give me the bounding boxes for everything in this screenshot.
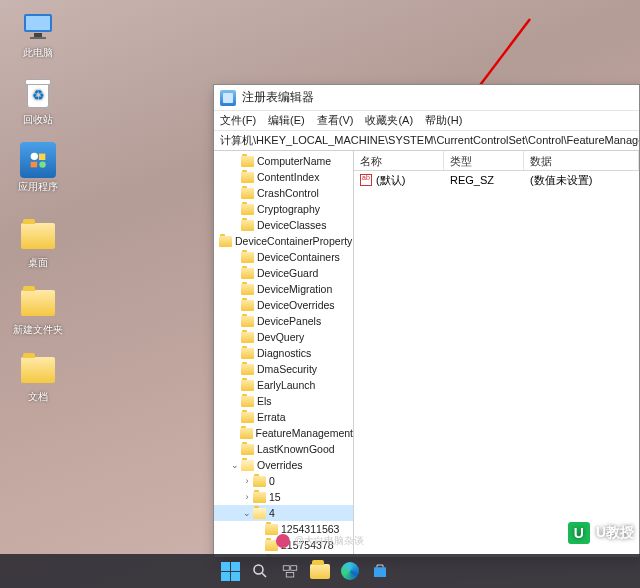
edge-icon[interactable]	[339, 560, 361, 582]
desktop-icon-recyclebin[interactable]: ♻ 回收站	[8, 75, 68, 126]
tree-node[interactable]: DeviceClasses	[214, 217, 353, 233]
tree-node[interactable]: ContentIndex	[214, 169, 353, 185]
menu-help[interactable]: 帮助(H)	[425, 113, 462, 128]
value-data: (数值未设置)	[524, 173, 639, 188]
tree-node-label: ComputerName	[257, 155, 331, 167]
taskview-icon[interactable]	[279, 560, 301, 582]
tree-node[interactable]: FeatureManagement	[214, 425, 353, 441]
tree-node[interactable]: Diagnostics	[214, 345, 353, 361]
value-type: REG_SZ	[444, 174, 524, 186]
folder-icon	[241, 396, 254, 407]
tree-node[interactable]: DeviceMigration	[214, 281, 353, 297]
folder-icon	[241, 348, 254, 359]
folder-icon	[20, 285, 56, 321]
desktop-icon-label: 新建文件夹	[13, 324, 63, 336]
value-name: (默认)	[376, 173, 405, 188]
tree-node[interactable]: DeviceContainers	[214, 249, 353, 265]
svg-point-7	[39, 161, 45, 167]
tree-node-label: DeviceMigration	[257, 283, 332, 295]
desktop-icon-folder1[interactable]: 桌面	[8, 218, 68, 269]
folder-icon	[241, 252, 254, 263]
chevron-right-icon[interactable]: ›	[242, 492, 252, 502]
col-data[interactable]: 数据	[524, 151, 639, 170]
desktop-icon-thispc[interactable]: 此电脑	[8, 8, 68, 59]
folder-icon	[241, 380, 254, 391]
desktop-icon-folder2[interactable]: 新建文件夹	[8, 285, 68, 336]
tree-node-label: DevicePanels	[257, 315, 321, 327]
tree-node-label: Cryptography	[257, 203, 320, 215]
folder-icon	[241, 188, 254, 199]
folder-icon	[241, 364, 254, 375]
watermark-logo-icon: U	[568, 522, 590, 544]
tree-node[interactable]: DevQuery	[214, 329, 353, 345]
list-body: (默认)REG_SZ(数值未设置)	[354, 171, 639, 189]
author-text: @大白电脑杂谈	[294, 534, 364, 548]
chevron-right-icon[interactable]: ›	[242, 476, 252, 486]
tree-node-label: 0	[269, 475, 275, 487]
folder-icon	[253, 492, 266, 503]
list-header[interactable]: 名称 类型 数据	[354, 151, 639, 171]
tree-view[interactable]: ComputerNameContentIndexCrashControlCryp…	[214, 151, 354, 557]
search-icon[interactable]	[249, 560, 271, 582]
svg-rect-1	[26, 16, 50, 30]
tree-node[interactable]: DeviceGuard	[214, 265, 353, 281]
tree-node[interactable]: ›15	[214, 489, 353, 505]
folder-icon	[240, 428, 253, 439]
body-area: ComputerNameContentIndexCrashControlCryp…	[214, 151, 639, 557]
folder-icon	[241, 460, 254, 471]
desktop-icon-apps[interactable]: 应用程序	[8, 142, 68, 193]
tree-node[interactable]: DeviceContainerPropertyUpda	[214, 233, 353, 249]
folder-icon	[241, 300, 254, 311]
tree-node[interactable]: ›0	[214, 473, 353, 489]
menu-view[interactable]: 查看(V)	[317, 113, 354, 128]
tree-node[interactable]: Els	[214, 393, 353, 409]
desktop-icon-folder3[interactable]: 文档	[8, 352, 68, 403]
tree-node[interactable]: EarlyLaunch	[214, 377, 353, 393]
menu-favorites[interactable]: 收藏夹(A)	[365, 113, 413, 128]
chevron-down-icon[interactable]: ⌄	[230, 460, 240, 470]
address-bar[interactable]: 计算机\HKEY_LOCAL_MACHINE\SYSTEM\CurrentCon…	[214, 131, 639, 151]
svg-rect-5	[39, 154, 45, 160]
tree-node[interactable]: ComputerName	[214, 153, 353, 169]
tree-node-label: DeviceContainers	[257, 251, 340, 263]
menu-file[interactable]: 文件(F)	[220, 113, 256, 128]
tree-node[interactable]: CrashControl	[214, 185, 353, 201]
regedit-taskbar-icon[interactable]	[399, 560, 421, 582]
folder-icon	[241, 156, 254, 167]
tree-node[interactable]: LastKnownGood	[214, 441, 353, 457]
tree-node-label: DeviceGuard	[257, 267, 318, 279]
desktop-icon-label: 回收站	[23, 114, 53, 126]
tree-node[interactable]: DeviceOverrides	[214, 297, 353, 313]
svg-rect-13	[286, 573, 294, 578]
start-button[interactable]	[219, 560, 241, 582]
tree-node[interactable]: ⌄4	[214, 505, 353, 521]
menubar: 文件(F) 编辑(E) 查看(V) 收藏夹(A) 帮助(H)	[214, 111, 639, 131]
menu-edit[interactable]: 编辑(E)	[268, 113, 305, 128]
tree-node[interactable]: Errata	[214, 409, 353, 425]
titlebar[interactable]: 注册表编辑器	[214, 85, 639, 111]
tree-node[interactable]: Cryptography	[214, 201, 353, 217]
folder-icon	[20, 352, 56, 388]
col-name[interactable]: 名称	[354, 151, 444, 170]
regedit-icon	[220, 90, 236, 106]
tree-node[interactable]: DevicePanels	[214, 313, 353, 329]
tree-node-label: LastKnownGood	[257, 443, 335, 455]
tree-node-label: DeviceClasses	[257, 219, 326, 231]
tree-node[interactable]: ⌄Overrides	[214, 457, 353, 473]
recycle-bin-icon: ♻	[20, 75, 56, 111]
chevron-down-icon[interactable]: ⌄	[242, 508, 252, 518]
desktop-icon-label: 桌面	[28, 257, 48, 269]
tree-node[interactable]: DmaSecurity	[214, 361, 353, 377]
folder-icon	[241, 172, 254, 183]
svg-point-4	[31, 153, 38, 160]
folder-icon	[241, 332, 254, 343]
explorer-icon[interactable]	[309, 560, 331, 582]
string-value-icon	[360, 174, 372, 186]
tree-node-label: CrashControl	[257, 187, 319, 199]
list-view[interactable]: 名称 类型 数据 (默认)REG_SZ(数值未设置)	[354, 151, 639, 557]
col-type[interactable]: 类型	[444, 151, 524, 170]
list-row[interactable]: (默认)REG_SZ(数值未设置)	[354, 171, 639, 189]
store-icon[interactable]	[369, 560, 391, 582]
folder-icon	[253, 476, 266, 487]
tree-node-label: 4	[269, 507, 275, 519]
